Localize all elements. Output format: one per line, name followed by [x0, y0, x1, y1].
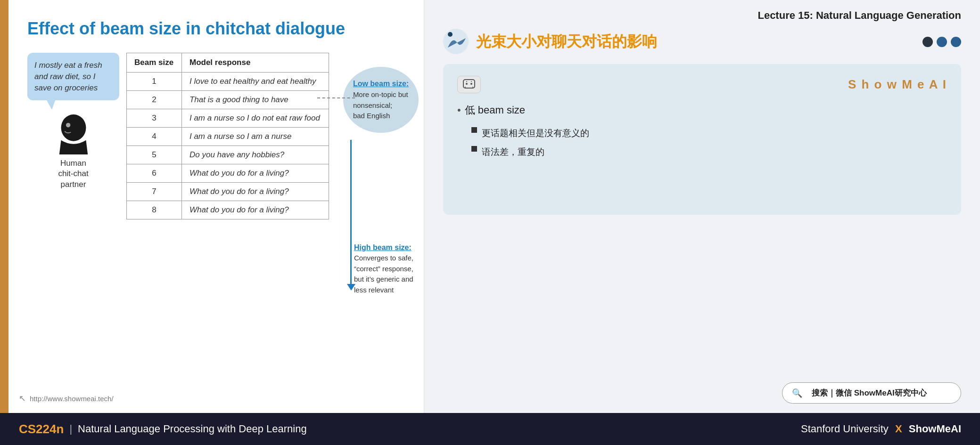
beam-size-cell: 6	[127, 164, 182, 183]
footer-url[interactable]: http://www.showmeai.tech/	[30, 395, 114, 403]
left-border-bar	[0, 0, 8, 413]
x-separator: X	[895, 423, 902, 435]
bottom-bar: CS224n | Natural Language Processing wit…	[0, 413, 980, 445]
search-text: 搜索｜微信 ShowMeAI研究中心	[812, 388, 927, 398]
table-row: 1I love to eat healthy and eat healthy	[127, 73, 329, 91]
low-beam-circle: Low beam size: More on-topic but nonsens…	[343, 67, 419, 133]
main-bullet: •	[457, 100, 461, 120]
cursor-icon: ↖	[19, 393, 26, 404]
col-header-response: Model response	[181, 53, 329, 73]
bottom-separator: |	[69, 423, 72, 435]
showmeai-bottom: ShowMeAI	[909, 423, 961, 435]
low-beam-text: Low beam size: More on-topic but nonsens…	[353, 78, 409, 121]
right-panel: Lecture 15: Natural Language Generation …	[424, 0, 980, 413]
table-row: 5Do you have any hobbies?	[127, 146, 329, 164]
stanford-text: Stanford University	[801, 423, 889, 435]
model-response-cell: What do you do for a living?	[181, 164, 329, 183]
table-row: 6What do you do for a living?	[127, 164, 329, 183]
svg-point-1	[66, 123, 70, 127]
beam-size-cell: 8	[127, 201, 182, 219]
table-row: 7What do you do for a living?	[127, 183, 329, 201]
model-response-cell: I am a nurse so I do not eat raw food	[181, 109, 329, 128]
human-figure: Human chit-chat partner	[27, 114, 119, 189]
search-bar-container: 🔍 搜索｜微信 ShowMeAI研究中心	[443, 382, 961, 413]
chinese-title: 光束大小对聊天对话的影响	[476, 32, 657, 52]
high-beam-title: High beam size:	[354, 243, 448, 252]
slide-title: Effect of beam size in chitchat dialogue	[27, 19, 405, 39]
beam-size-cell: 2	[127, 91, 182, 109]
speech-bubble-text: I mostly eat a fresh and raw diet, so I …	[34, 61, 102, 92]
showmeai-card: S h o w M e A I • 低 beam size 更话题相关但是没有意…	[443, 64, 961, 215]
lecture-title: Lecture 15: Natural Language Generation	[443, 0, 961, 29]
dot-3	[951, 37, 961, 47]
content-area: Effect of beam size in chitchat dialogue…	[0, 0, 980, 413]
showmeai-brand: S h o w M e A I	[848, 77, 947, 92]
wave-icon	[443, 29, 469, 55]
dashed-connector	[317, 97, 355, 98]
model-response-cell: I love to eat healthy and eat healthy	[181, 73, 329, 91]
ai-badge	[457, 76, 481, 93]
search-icon: 🔍	[792, 388, 802, 398]
beam-size-cell: 3	[127, 109, 182, 128]
right-header: 光束大小对聊天对话的影响	[443, 29, 961, 55]
svg-point-5	[466, 83, 468, 85]
speech-bubble-area: I mostly eat a fresh and raw diet, so I …	[27, 53, 119, 190]
beam-size-cell: 5	[127, 146, 182, 164]
table-row: 2That is a good thing to have	[127, 91, 329, 109]
slide-body: I mostly eat a fresh and raw diet, so I …	[27, 53, 405, 399]
cs224n-label: CS224n	[19, 422, 64, 437]
high-beam-text: Converges to safe, “correct” response, b…	[354, 253, 448, 295]
dot-2	[937, 37, 947, 47]
slide-footer: ↖ http://www.showmeai.tech/	[19, 393, 114, 404]
head-silhouette-icon	[55, 114, 92, 154]
svg-point-3	[448, 32, 453, 37]
vertical-beam-arrow	[350, 140, 352, 286]
speech-bubble: I mostly eat a fresh and raw diet, so I …	[27, 53, 119, 100]
annotation-area: Low beam size: More on-topic but nonsens…	[338, 67, 442, 133]
svg-point-0	[61, 114, 86, 141]
left-panel: Effect of beam size in chitchat dialogue…	[0, 0, 424, 413]
low-beam-title: Low beam size:	[353, 78, 409, 89]
square-bullet-1	[471, 127, 477, 133]
human-label: Human chit-chat partner	[58, 158, 88, 189]
showmeai-logo-row: S h o w M e A I	[457, 76, 947, 93]
table-row: 4I am a nurse so I am a nurse	[127, 128, 329, 146]
model-response-cell: What do you do for a living?	[181, 201, 329, 219]
dots-group	[922, 37, 961, 47]
sub-bullet-2: 语法差，重复的	[471, 144, 947, 161]
table-area: Beam size Model response 1I love to eat …	[126, 53, 329, 219]
model-response-cell: I am a nurse so I am a nurse	[181, 128, 329, 146]
course-name: Natural Language Processing with Deep Le…	[78, 423, 307, 435]
beam-size-cell: 7	[127, 183, 182, 201]
bottom-left: CS224n | Natural Language Processing wit…	[19, 422, 307, 437]
search-bar[interactable]: 🔍 搜索｜微信 ShowMeAI研究中心	[782, 382, 961, 404]
high-beam-annotation: High beam size: Converges to safe, “corr…	[354, 243, 448, 295]
sub-bullet-1: 更话题相关但是没有意义的	[471, 125, 947, 142]
table-row: 3I am a nurse so I do not eat raw food	[127, 109, 329, 128]
chinese-title-row: 光束大小对聊天对话的影响	[443, 29, 657, 55]
bottom-right: Stanford University X ShowMeAI	[801, 423, 961, 435]
col-header-beam: Beam size	[127, 53, 182, 73]
card-content: • 低 beam size 更话题相关但是没有意义的 语法差，重复的	[457, 100, 947, 161]
beam-size-cell: 1	[127, 73, 182, 91]
beam-table: Beam size Model response 1I love to eat …	[126, 53, 329, 219]
beam-size-cell: 4	[127, 128, 182, 146]
table-row: 8What do you do for a living?	[127, 201, 329, 219]
model-response-cell: What do you do for a living?	[181, 183, 329, 201]
dot-1	[922, 37, 933, 47]
model-response-cell: That is a good thing to have	[181, 91, 329, 109]
card-main-point: • 低 beam size	[457, 100, 947, 120]
main-container: Effect of beam size in chitchat dialogue…	[0, 0, 980, 445]
square-bullet-2	[471, 146, 477, 152]
model-response-cell: Do you have any hobbies?	[181, 146, 329, 164]
slide-content: Effect of beam size in chitchat dialogue…	[27, 14, 405, 399]
svg-point-6	[470, 83, 472, 85]
